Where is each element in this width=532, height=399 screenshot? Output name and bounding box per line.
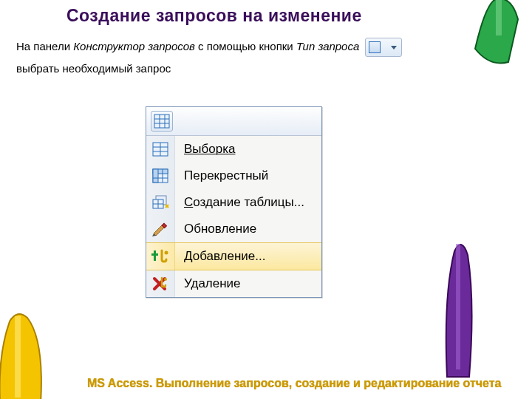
query-type-icon xyxy=(369,41,381,53)
body-part3: выбрать необходимый запрос xyxy=(16,62,171,75)
crayon-green-decoration xyxy=(471,0,523,67)
svg-rect-2 xyxy=(15,316,21,398)
menu-item-label: Удаление xyxy=(175,276,241,291)
crayon-purple-decoration xyxy=(440,236,477,384)
svg-rect-3 xyxy=(154,115,169,128)
body-italic1: Конструктор запросов xyxy=(73,40,195,52)
svg-point-24 xyxy=(165,251,168,255)
menu-item-delete[interactable]: Удаление xyxy=(146,270,321,297)
menu-item-select[interactable]: Выборка xyxy=(146,136,321,163)
menu-item-label: Выборка xyxy=(175,142,235,157)
menu-item-label: Перекрестный xyxy=(175,168,268,183)
svg-rect-0 xyxy=(496,0,502,35)
svg-rect-23 xyxy=(151,253,158,256)
menu-item-label: Добавление... xyxy=(175,249,265,264)
body-text: На панели Конструктор запросов с помощью… xyxy=(16,35,430,80)
slide-title: Создание запросов на изменение xyxy=(66,6,362,26)
svg-rect-1 xyxy=(456,244,460,369)
select-query-icon xyxy=(152,142,168,157)
menu-item-update[interactable]: Обновление xyxy=(146,216,321,242)
body-part1: На панели xyxy=(16,40,73,52)
query-type-menu: Выборка Перекрестный Создание таблицы... xyxy=(146,106,322,298)
menu-item-append[interactable]: Добавление... xyxy=(146,242,321,270)
update-query-icon xyxy=(152,222,168,236)
query-type-dropdown-button[interactable] xyxy=(365,38,402,57)
toolbar-query-type-button[interactable] xyxy=(151,111,173,132)
svg-point-25 xyxy=(164,278,167,281)
menu-item-label: Обновление xyxy=(175,222,256,236)
crayon-yellow-decoration xyxy=(0,310,48,399)
chevron-down-icon xyxy=(391,46,397,50)
crosstab-query-icon xyxy=(152,168,168,183)
maketable-query-icon xyxy=(151,194,169,211)
append-query-icon xyxy=(151,249,169,264)
datasheet-icon xyxy=(154,114,170,129)
body-part2: с помощью кнопки xyxy=(195,40,296,52)
menu-item-crosstab[interactable]: Перекрестный xyxy=(146,163,321,189)
body-italic2: Тип запроса xyxy=(296,40,359,52)
delete-query-icon xyxy=(152,276,168,291)
menu-item-label: Создание таблицы... xyxy=(175,195,304,210)
menu-item-maketable[interactable]: Создание таблицы... xyxy=(146,189,321,216)
menu-toolbar xyxy=(146,107,321,136)
svg-rect-14 xyxy=(153,169,158,183)
footer-text: MS Access. Выполнение запросов, создание… xyxy=(87,377,502,390)
